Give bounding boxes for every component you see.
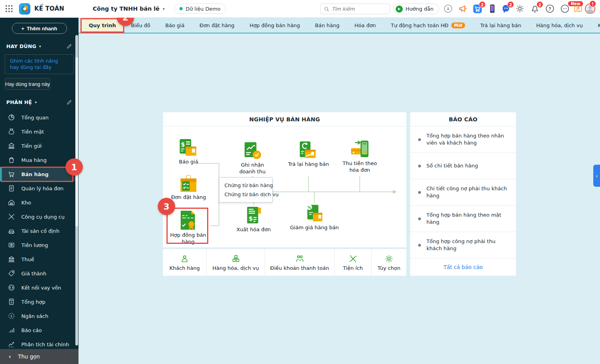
sidebar-item-tien-gui[interactable]: Tiền gửi (0, 139, 79, 153)
plus-icon: + (21, 26, 24, 32)
app-logo[interactable] (19, 3, 30, 15)
quick-add-button[interactable]: + Thêm nhanh (12, 23, 67, 34)
workflow-node-hop-dong-ban-hang[interactable]: Hợp đồng bán hàng (168, 210, 208, 245)
return-icon (299, 141, 318, 160)
sidebar-item-gia-thanh[interactable]: Giá thành (0, 266, 79, 280)
gear-icon[interactable] (515, 4, 525, 13)
utility-hang-hoa-dich-vu[interactable]: Hàng hóa, dịch vụ (207, 249, 265, 276)
svg-text:$: $ (11, 314, 13, 318)
sidebar-item-label: Kết nối vay vốn (21, 285, 61, 291)
sidebar-item-mua-hang[interactable]: Mua hàng (0, 153, 79, 167)
map-icon[interactable]: New (573, 4, 583, 13)
app-grid-icon[interactable] (5, 5, 13, 13)
phone-icon[interactable] (488, 4, 497, 13)
tab-hang-hoa-dich-vu[interactable]: Hàng hóa, dịch vụ (529, 18, 590, 33)
options-gear-icon (384, 254, 394, 264)
sidebar-item-bao-cao[interactable]: Báo cáo (0, 323, 79, 337)
sidebar-item-cong-cu-dung-cu[interactable]: Công cụ dụng cụ (0, 210, 79, 224)
report-item[interactable]: Sổ chi tiết bán hàng (410, 153, 516, 179)
demo-data-badge[interactable]: Dữ liệu Demo (174, 4, 226, 14)
sidebar-item-tong-hop[interactable]: $ Tổng hợp (0, 295, 79, 309)
report-item[interactable]: Tổng hợp công nợ phải thu khách hàng (410, 232, 516, 258)
workflow-node-xuat-hoa-don[interactable]: $ Xuất hóa đơn (236, 206, 271, 233)
sidebar-item-tai-san-co-dinh[interactable]: Tài sản cố định (0, 224, 79, 238)
chat-icon[interactable]: 2 (501, 4, 510, 13)
report-label: Tổng hợp bán hàng theo nhân viên và khác… (426, 132, 510, 147)
modules-section-header[interactable]: PHÂN HỆ ▾ (6, 99, 72, 105)
all-reports-link[interactable]: Tất cả báo cáo (410, 258, 516, 276)
tab-tra-lai-hang-ban[interactable]: Trả lại hàng bán (473, 18, 529, 33)
sidebar-item-tien-mat[interactable]: Tiền mặt (0, 124, 79, 139)
avatar[interactable]: ! (585, 3, 594, 13)
bell-icon[interactable]: 2 (530, 4, 540, 13)
search-input[interactable] (332, 6, 383, 12)
guide-button[interactable]: ▶ Hướng dẫn (393, 4, 439, 14)
tab-khac[interactable]: Khác ▾ (590, 18, 600, 33)
frequent-page-button[interactable]: Hay dùng trang này (5, 78, 50, 90)
megaphone-icon[interactable] (458, 4, 468, 13)
scrollbar-thumb[interactable] (75, 57, 78, 227)
tab-bieu-do[interactable]: Biểu đồ (123, 18, 158, 33)
tab-label: Báo giá (165, 22, 185, 28)
report-label: Tổng hợp bán hàng theo mặt hàng (426, 212, 510, 226)
workflow-node-bao-gia[interactable]: $ Báo giá (179, 138, 198, 165)
tab-ban-hang[interactable]: Bán hàng (308, 18, 347, 33)
sidebar-item-ngan-sach[interactable]: $ Ngân sách (0, 309, 79, 323)
cart-app-icon[interactable]: 2 (473, 4, 482, 13)
export-invoice-icon: $ (245, 206, 262, 225)
tab-tu-dong-hach-toan[interactable]: Tự động hạch toán HĐ Mới (383, 18, 473, 33)
shopping-bag-icon (7, 156, 15, 164)
reports-panel-title: BÁO CÁO (410, 112, 516, 126)
search-box[interactable] (320, 4, 390, 14)
report-item[interactable]: Tổng hợp bán hàng theo mặt hàng (410, 206, 516, 232)
report-item[interactable]: Chi tiết công nợ phải thu khách hàng (410, 179, 516, 206)
flyout-panel-handle[interactable]: ‹ (593, 165, 600, 187)
company-selector[interactable]: Công ty TNHH bán lẻ ▾ (93, 6, 165, 12)
sidebar-item-tong-quan[interactable]: Tổng quan (0, 110, 79, 124)
sidebar-scrollbar[interactable] (75, 35, 78, 345)
edit-pencil-icon[interactable] (66, 43, 72, 49)
workflow-node-thu-tien-theo-hoa-don[interactable]: Thu tiền theo hóa đơn (338, 140, 381, 174)
utility-tien-ich[interactable]: Tiện ích (335, 249, 372, 276)
menu-item-chung-tu-ban-dich-vu[interactable]: Chứng từ bán dịch vụ (219, 190, 272, 199)
workflow-node-ghi-nhan-doanh-thu[interactable]: Ghi nhận doanh thu (236, 141, 269, 175)
workflow-node-don-dat-hang[interactable]: Đơn đặt hàng (171, 175, 206, 201)
sidebar-item-ket-noi-vay-von[interactable]: Kết nối vay vốn (0, 280, 79, 295)
sidebar-item-kho[interactable]: Kho (0, 195, 79, 210)
tab-hoa-don[interactable]: Hóa đơn (347, 18, 383, 33)
tab-hop-dong-ban-hang[interactable]: Hợp đồng bán hàng (242, 18, 307, 33)
tools-icon (348, 254, 358, 264)
tools-icon (7, 213, 15, 221)
collapse-sidebar-button[interactable]: ‹ Thu gọn (0, 349, 79, 364)
sidebar-item-thue[interactable]: Thuế (0, 252, 79, 266)
document-type-popup: Chứng từ bán hàng Chứng từ bán dịch vụ (219, 177, 273, 202)
utility-khach-hang[interactable]: Khách hàng (163, 249, 207, 276)
top-header: KẾ TOÁN Công ty TNHH bán lẻ ▾ Dữ liệu De… (0, 0, 600, 18)
sidebar-item-ban-hang[interactable]: Bán hàng 1 (0, 167, 79, 181)
utility-tuy-chon[interactable]: Tùy chọn (372, 249, 406, 276)
tab-don-dat-hang[interactable]: Đơn đặt hàng (192, 18, 242, 33)
frequent-section-header[interactable]: HAY DÙNG ▾ (6, 43, 72, 49)
workflow-node-tra-lai-hang-ban[interactable]: Trả lại hàng bán (288, 141, 329, 168)
svg-text:?: ? (549, 6, 551, 11)
workflow-node-giam-gia-hang-ban[interactable]: % Giảm giá hàng bán (290, 204, 339, 231)
edit-pencil-icon[interactable] (66, 99, 72, 105)
download-icon[interactable] (443, 4, 453, 13)
tab-bao-gia[interactable]: Báo giá (158, 18, 192, 33)
main-content: NGHIỆP VỤ BÁN HÀNG $ Báo giá (79, 33, 600, 364)
menu-item-chung-tu-ban-hang[interactable]: Chứng từ bán hàng (219, 181, 272, 190)
tab-label: Hóa đơn (355, 22, 376, 28)
utility-dieu-khoan-thanh-toan[interactable]: Điều khoản thanh toán (265, 249, 335, 276)
report-item[interactable]: Tổng hợp bán hàng theo nhân viên và khác… (410, 126, 516, 153)
sidebar-item-quan-ly-hoa-don[interactable]: Quản lý hóa đơn (0, 181, 79, 195)
help-icon[interactable]: ? (545, 4, 555, 13)
sidebar-item-tien-luong[interactable]: Tiền lương (0, 238, 79, 252)
search-icon (324, 6, 329, 12)
module-menu: Tổng quan Tiền mặt Tiền gửi Mua hàng Bán… (0, 110, 79, 364)
tab-label: Đơn đặt hàng (200, 22, 235, 28)
map-new-badge: New (568, 1, 583, 7)
sidebar-item-label: Tài sản cố định (21, 228, 60, 234)
payment-terms-icon (295, 254, 305, 264)
node-label: Hợp đồng bán hàng (168, 232, 208, 245)
tab-quy-trinh[interactable]: Quy trình 2 (81, 18, 123, 33)
